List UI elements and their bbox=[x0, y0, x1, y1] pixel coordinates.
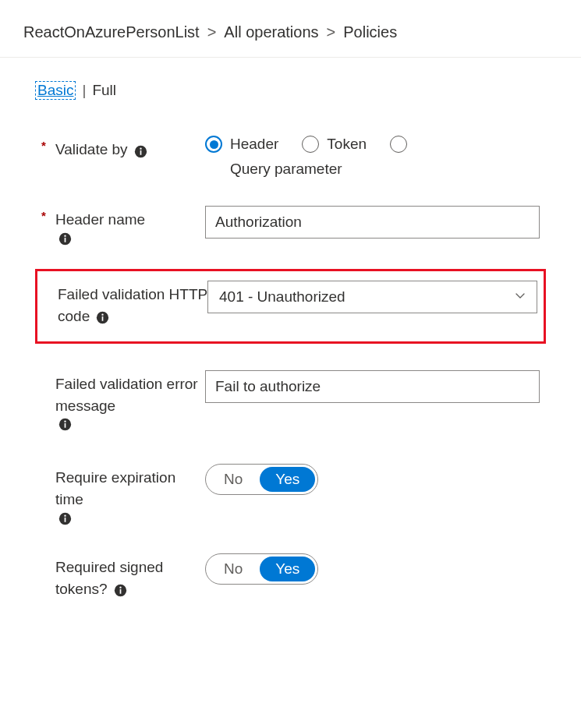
info-icon[interactable] bbox=[96, 311, 109, 324]
toggle-option-yes[interactable]: Yes bbox=[260, 557, 315, 581]
info-icon[interactable] bbox=[114, 584, 127, 597]
svg-rect-7 bbox=[102, 316, 104, 321]
field-failed-error-message: * Failed validation error message bbox=[35, 366, 546, 436]
required-indicator: * bbox=[41, 209, 51, 222]
radio-label-query-parameter: Query parameter bbox=[230, 161, 540, 178]
svg-rect-10 bbox=[65, 423, 66, 428]
required-spacer: * bbox=[41, 557, 51, 570]
field-label: Required signed tokens? bbox=[55, 559, 163, 597]
field-validate-by: * Validate by Header Token bbox=[35, 131, 546, 182]
radio-circle-icon bbox=[302, 136, 319, 153]
header-name-input[interactable] bbox=[205, 206, 540, 239]
view-mode-toggle: Basic | Full bbox=[35, 81, 546, 100]
svg-rect-16 bbox=[119, 589, 121, 594]
svg-point-14 bbox=[64, 514, 66, 516]
svg-point-5 bbox=[64, 235, 66, 236]
field-require-expiration-time: * Require expiration time No Yes bbox=[35, 459, 546, 530]
info-icon[interactable] bbox=[58, 418, 72, 431]
field-header-name: * Header name bbox=[35, 201, 546, 250]
validate-by-radio-group: Header Token bbox=[205, 136, 540, 153]
view-toggle-separator: | bbox=[82, 82, 86, 99]
info-icon[interactable] bbox=[58, 512, 72, 525]
failed-error-message-input[interactable] bbox=[205, 370, 540, 403]
svg-rect-1 bbox=[140, 150, 141, 154]
radio-circle-icon bbox=[205, 136, 222, 153]
breadcrumb-separator: > bbox=[207, 23, 217, 41]
svg-rect-13 bbox=[65, 518, 66, 522]
radio-query-parameter[interactable] bbox=[390, 136, 407, 153]
required-signed-tokens-toggle[interactable]: No Yes bbox=[205, 553, 318, 585]
required-spacer: * bbox=[41, 467, 51, 480]
breadcrumb-separator: > bbox=[327, 23, 336, 41]
required-indicator: * bbox=[41, 139, 51, 152]
info-icon[interactable] bbox=[58, 232, 72, 246]
toggle-option-no[interactable]: No bbox=[208, 557, 258, 581]
breadcrumb-item[interactable]: All operations bbox=[224, 23, 318, 41]
breadcrumb-item[interactable]: Policies bbox=[343, 23, 397, 41]
failed-http-code-select[interactable]: 401 - Unauthorized bbox=[207, 281, 537, 313]
radio-header[interactable]: Header bbox=[205, 136, 278, 153]
field-label: Require expiration time bbox=[55, 469, 175, 507]
require-expiration-toggle[interactable]: No Yes bbox=[205, 464, 318, 495]
view-basic-link[interactable]: Basic bbox=[35, 81, 76, 100]
radio-label: Header bbox=[230, 136, 278, 153]
select-value: 401 - Unauthorized bbox=[207, 281, 537, 313]
field-failed-http-code: * Failed validation HTTP code 401 - Unau… bbox=[35, 269, 546, 344]
required-spacer: * bbox=[41, 373, 51, 387]
radio-label: Token bbox=[327, 136, 367, 153]
breadcrumb-item[interactable]: ReactOnAzurePersonList bbox=[23, 23, 200, 41]
svg-point-2 bbox=[140, 147, 141, 149]
view-full-link[interactable]: Full bbox=[92, 82, 116, 99]
field-label: Header name bbox=[55, 211, 145, 228]
svg-point-17 bbox=[119, 587, 121, 588]
field-label: Validate by bbox=[55, 141, 128, 157]
svg-point-8 bbox=[102, 314, 104, 316]
svg-point-11 bbox=[64, 421, 66, 422]
radio-circle-icon bbox=[390, 136, 407, 153]
radio-token[interactable]: Token bbox=[302, 136, 367, 153]
field-label: Failed validation HTTP code bbox=[58, 286, 207, 324]
svg-rect-4 bbox=[65, 237, 66, 242]
toggle-option-yes[interactable]: Yes bbox=[260, 467, 315, 492]
field-required-signed-tokens: * Required signed tokens? No Yes bbox=[35, 549, 546, 605]
info-icon[interactable] bbox=[134, 145, 147, 158]
required-spacer: * bbox=[44, 284, 53, 297]
divider bbox=[0, 57, 581, 58]
toggle-option-no[interactable]: No bbox=[208, 467, 258, 492]
breadcrumb: ReactOnAzurePersonList > All operations … bbox=[0, 0, 581, 57]
field-label: Failed validation error message bbox=[55, 376, 198, 414]
